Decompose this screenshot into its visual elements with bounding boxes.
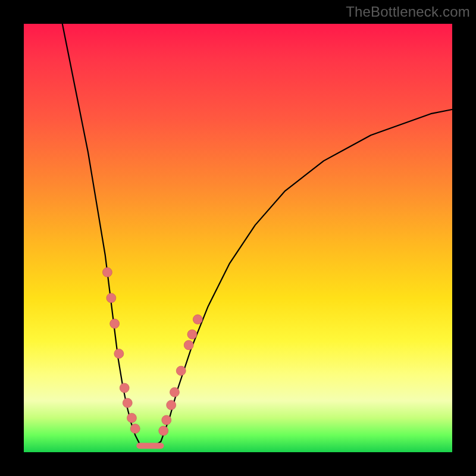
bottleneck-curve xyxy=(62,24,452,446)
marker-dot xyxy=(193,315,202,324)
marker-dot xyxy=(120,383,129,393)
marker-dot xyxy=(187,330,197,339)
marker-dots xyxy=(102,268,202,436)
marker-dot xyxy=(110,319,120,328)
marker-dot xyxy=(123,398,132,408)
plot-area xyxy=(24,24,452,452)
watermark-text: TheBottleneck.com xyxy=(346,4,470,20)
outer-frame: TheBottleneck.com xyxy=(0,0,476,476)
marker-dot xyxy=(170,387,179,397)
marker-dot xyxy=(130,424,140,433)
marker-dot xyxy=(127,413,136,422)
marker-dot xyxy=(107,293,116,303)
marker-dot xyxy=(176,366,186,375)
marker-dot xyxy=(184,340,193,350)
marker-dot xyxy=(167,400,176,410)
marker-dot xyxy=(102,268,112,277)
marker-dot xyxy=(114,349,124,358)
chart-svg xyxy=(24,24,452,452)
marker-dot xyxy=(162,415,171,425)
marker-dot xyxy=(159,426,168,436)
